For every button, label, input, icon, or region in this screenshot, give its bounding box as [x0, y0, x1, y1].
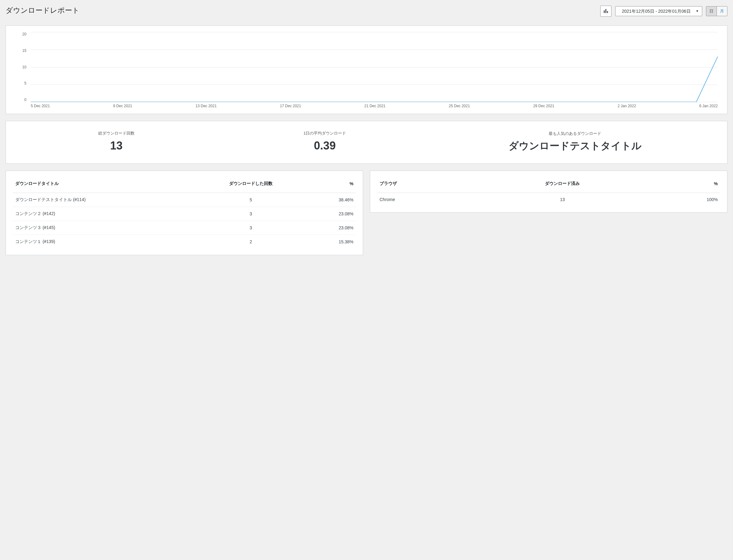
x-tick-label: 13 Dec 2021 — [196, 104, 217, 108]
summary-avg-value: 0.39 — [221, 139, 429, 152]
chart-line-svg — [31, 32, 718, 102]
x-tick-label: 25 Dec 2021 — [449, 104, 470, 108]
summary-total: 総ダウンロード回数 13 — [12, 131, 221, 152]
summary-popular-value: ダウンロードテストタイトル — [429, 140, 721, 152]
x-tick-label: 2 Jan 2022 — [618, 104, 636, 108]
browser-table: ブラウザ ダウンロード済み % Chrome13100% — [377, 177, 720, 206]
table-row: ダウンロードテストタイトル (#114)538.46% — [13, 193, 356, 207]
gridline — [31, 102, 718, 102]
summary-popular-label: 最も人気のあるダウンロード — [429, 131, 721, 136]
chart-x-axis: 5 Dec 20219 Dec 202113 Dec 202117 Dec 20… — [31, 104, 718, 108]
summary-card: 総ダウンロード回数 13 1日の平均ダウンロード 0.39 最も人気のあるダウン… — [6, 121, 727, 164]
y-tick-label: 20 — [15, 32, 26, 36]
cell-count: 3 — [193, 221, 309, 235]
x-tick-label: 17 Dec 2021 — [280, 104, 301, 108]
page-title: ダウンロードレポート — [6, 6, 80, 15]
summary-avg-label: 1日の平均ダウンロード — [221, 131, 429, 136]
summary-total-label: 総ダウンロード回数 — [12, 131, 221, 136]
chart-type-button[interactable] — [600, 6, 611, 17]
cell-title: コンテンツ３ (#145) — [13, 221, 193, 235]
cell-count: 5 — [193, 193, 309, 207]
y-tick-label: 0 — [15, 98, 26, 102]
table-row: コンテンツ２ (#142)323.08% — [13, 207, 356, 221]
cell-title: コンテンツ１ (#139) — [13, 235, 193, 249]
svg-rect-1 — [606, 9, 606, 13]
header-controls: 2021年12月05日 - 2022年01月06日 日 月 — [600, 6, 727, 17]
chart-series-line — [31, 57, 718, 102]
cell-pct: 100% — [650, 193, 720, 206]
x-tick-label: 29 Dec 2021 — [533, 104, 554, 108]
browser-table-card: ブラウザ ダウンロード済み % Chrome13100% — [370, 171, 727, 213]
cell-title: コンテンツ２ (#142) — [13, 207, 193, 221]
page-header: ダウンロードレポート 2021年12月05日 - 2022年01月06日 日 月 — [6, 6, 727, 17]
table-row: コンテンツ１ (#139)215.38% — [13, 235, 356, 249]
summary-avg: 1日の平均ダウンロード 0.39 — [221, 131, 429, 152]
tables-row: ダウンロードタイトル ダウンロードした回数 % ダウンロードテストタイトル (#… — [6, 171, 727, 255]
cell-count: 3 — [193, 207, 309, 221]
cell-browser: Chrome — [377, 193, 475, 206]
col-count: ダウンロードした回数 — [193, 177, 309, 193]
summary-total-value: 13 — [12, 139, 221, 152]
table-header-row: ダウンロードタイトル ダウンロードした回数 % — [13, 177, 356, 193]
y-tick-label: 5 — [15, 81, 26, 85]
cell-title: ダウンロードテストタイトル (#114) — [13, 193, 193, 207]
col-pct: % — [650, 177, 720, 193]
cell-pct: 38.46% — [309, 193, 356, 207]
col-pct: % — [309, 177, 356, 193]
cell-count: 2 — [193, 235, 309, 249]
y-tick-label: 10 — [15, 65, 26, 69]
date-range-picker[interactable]: 2021年12月05日 - 2022年01月06日 — [615, 6, 702, 16]
cell-pct: 23.08% — [309, 221, 356, 235]
titles-table: ダウンロードタイトル ダウンロードした回数 % ダウンロードテストタイトル (#… — [13, 177, 356, 249]
x-tick-label: 6 Jan 2022 — [699, 104, 718, 108]
svg-rect-0 — [604, 10, 605, 13]
table-row: コンテンツ３ (#145)323.08% — [13, 221, 356, 235]
cell-pct: 23.08% — [309, 207, 356, 221]
x-tick-label: 9 Dec 2021 — [113, 104, 132, 108]
titles-table-card: ダウンロードタイトル ダウンロードした回数 % ダウンロードテストタイトル (#… — [6, 171, 363, 255]
y-tick-label: 15 — [15, 48, 26, 53]
cell-count: 13 — [475, 193, 650, 206]
summary-popular: 最も人気のあるダウンロード ダウンロードテストタイトル — [429, 131, 721, 152]
table-header-row: ブラウザ ダウンロード済み % — [377, 177, 720, 193]
bar-chart-icon — [603, 8, 609, 15]
col-title: ダウンロードタイトル — [13, 177, 193, 193]
x-tick-label: 5 Dec 2021 — [31, 104, 50, 108]
chart-card: 20151050 5 Dec 20219 Dec 202113 Dec 2021… — [6, 25, 727, 114]
col-count: ダウンロード済み — [475, 177, 650, 193]
period-month-button[interactable]: 月 — [717, 7, 727, 16]
col-browser: ブラウザ — [377, 177, 475, 193]
period-toggle: 日 月 — [706, 6, 727, 16]
chart-plot — [31, 32, 718, 102]
svg-rect-2 — [607, 11, 608, 13]
chart-y-axis: 20151050 — [15, 32, 31, 102]
x-tick-label: 21 Dec 2021 — [364, 104, 385, 108]
table-row: Chrome13100% — [377, 193, 720, 206]
period-day-button[interactable]: 日 — [706, 7, 717, 16]
cell-pct: 15.38% — [309, 235, 356, 249]
chart-area: 20151050 5 Dec 20219 Dec 202113 Dec 2021… — [15, 32, 718, 108]
